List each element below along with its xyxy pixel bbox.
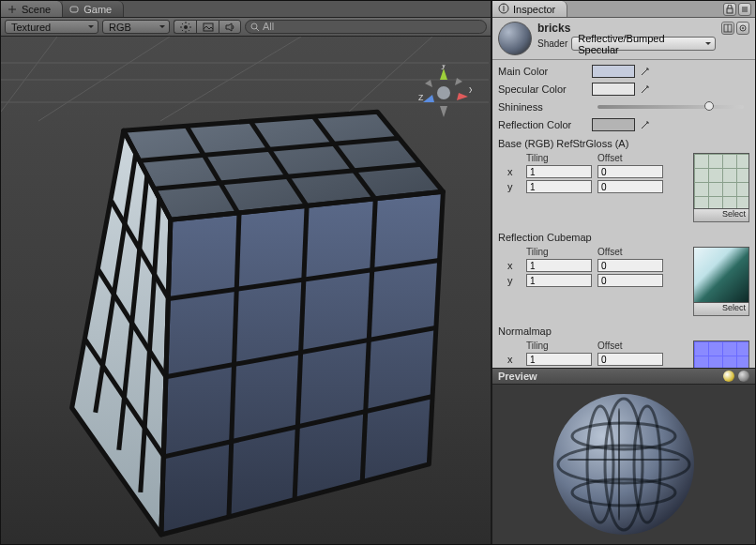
- normal-tiling-x[interactable]: [526, 353, 592, 366]
- cubemap-thumb[interactable]: [693, 247, 749, 303]
- svg-line-66: [642, 68, 648, 75]
- specular-color-label: Specular Color: [498, 83, 592, 95]
- preview-header[interactable]: Preview: [492, 368, 755, 385]
- shader-dropdown[interactable]: Reflective/Bumped Specular: [571, 37, 716, 51]
- help-button[interactable]: [721, 22, 734, 35]
- svg-point-46: [437, 86, 450, 99]
- shader-label: Shader: [537, 38, 567, 49]
- base-offset-label: Offset: [597, 153, 663, 163]
- base-x-label: x: [507, 166, 521, 177]
- audio-toggle[interactable]: [219, 20, 241, 34]
- cubemap-x-label: x: [507, 260, 521, 271]
- view-mode-value: Textured: [11, 22, 51, 33]
- shininess-slider[interactable]: [597, 105, 744, 109]
- svg-rect-58: [727, 8, 733, 13]
- cubemap-title: Reflection Cubemap: [498, 232, 749, 243]
- svg-marker-47: [440, 68, 447, 80]
- normalmap-title: Normalmap: [498, 325, 749, 337]
- svg-text:y: y: [441, 65, 446, 69]
- inspector-panel: i Inspector bricks Shader Reflective/Bum…: [492, 1, 755, 544]
- search-placeholder: All: [263, 21, 274, 32]
- scene-viewport[interactable]: y x z: [1, 37, 491, 544]
- orientation-gizmo[interactable]: y x z: [416, 65, 472, 121]
- base-texture-thumb[interactable]: [693, 153, 749, 209]
- svg-text:i: i: [503, 3, 505, 13]
- sun-icon: [180, 22, 191, 33]
- base-texture-select[interactable]: Select: [693, 209, 749, 222]
- svg-text:x: x: [469, 83, 472, 95]
- gear-icon: [738, 23, 748, 33]
- tab-scene[interactable]: Scene: [1, 1, 63, 17]
- settings-button[interactable]: [736, 22, 749, 35]
- light-toggle[interactable]: [174, 20, 196, 34]
- base-offset-y[interactable]: [597, 180, 663, 193]
- scene-toolbar: Textured RGB All: [1, 18, 491, 37]
- inspector-icon: i: [498, 3, 509, 16]
- tab-inspector[interactable]: i Inspector: [492, 1, 567, 17]
- normal-offset-x[interactable]: [597, 353, 663, 366]
- svg-point-3: [184, 25, 188, 29]
- cubemap-offset-y[interactable]: [597, 274, 663, 287]
- base-offset-x[interactable]: [597, 165, 663, 178]
- eyedropper-icon: [640, 66, 651, 77]
- skybox-toggle[interactable]: [196, 20, 219, 34]
- material-header: bricks Shader Reflective/Bumped Specular: [492, 18, 755, 60]
- normal-x-label: x: [507, 354, 521, 365]
- lock-button[interactable]: [723, 3, 736, 16]
- reflection-color-swatch[interactable]: [592, 118, 635, 131]
- base-texture-title: Base (RGB) RefStrGloss (A): [498, 138, 749, 149]
- scene-panel: Scene Game Textured RGB: [1, 1, 492, 544]
- shininess-label: Shininess: [498, 101, 592, 113]
- base-tiling-y[interactable]: [526, 180, 592, 193]
- svg-line-9: [189, 30, 189, 31]
- eyedropper-icon: [640, 83, 651, 95]
- preview-sphere: [553, 394, 694, 535]
- svg-marker-51: [455, 78, 462, 85]
- cubemap-select[interactable]: Select: [693, 303, 749, 316]
- scene-search[interactable]: All: [245, 20, 487, 34]
- svg-line-8: [182, 23, 183, 24]
- left-tab-bar: Scene Game: [1, 1, 491, 18]
- material-properties: Main Color Specular Color Shininess Refl…: [492, 60, 755, 368]
- preview-shape-icon[interactable]: [738, 371, 749, 382]
- normalmap-thumb[interactable]: [693, 341, 749, 368]
- base-y-label: y: [507, 181, 521, 192]
- eyedropper-icon: [640, 119, 651, 130]
- cubemap-tiling-y[interactable]: [526, 274, 592, 287]
- preview-label: Preview: [498, 371, 537, 382]
- base-tiling-x[interactable]: [526, 165, 592, 178]
- cubemap-section: Reflection Cubemap Tiling Offset x y: [498, 232, 749, 316]
- panel-menu-button[interactable]: [738, 3, 751, 16]
- preview-light-icon[interactable]: [723, 371, 734, 382]
- svg-point-75: [605, 399, 643, 530]
- reflection-color-picker[interactable]: [639, 118, 652, 131]
- cubemap-tiling-x[interactable]: [526, 259, 592, 272]
- lock-icon: [725, 5, 734, 14]
- normal-tiling-label: Tiling: [526, 341, 592, 351]
- normalmap-section: Normalmap Tiling Offset x y: [498, 325, 749, 368]
- svg-rect-2: [70, 7, 78, 12]
- material-preview-small: [498, 22, 532, 55]
- svg-line-70: [642, 122, 648, 129]
- main-color-swatch[interactable]: [592, 65, 635, 78]
- specular-color-swatch[interactable]: [592, 83, 635, 96]
- main-color-picker[interactable]: [639, 65, 652, 78]
- base-texture-section: Base (RGB) RefStrGloss (A) Tiling Offset…: [498, 138, 749, 222]
- view-mode-dropdown[interactable]: Textured: [5, 20, 98, 34]
- material-preview[interactable]: [492, 385, 755, 544]
- scene-icon: [7, 4, 18, 15]
- book-icon: [723, 23, 733, 33]
- menu-icon: [740, 5, 749, 14]
- tab-game[interactable]: Game: [63, 1, 124, 17]
- inspector-tab-bar: i Inspector: [492, 1, 755, 18]
- svg-line-68: [642, 86, 648, 93]
- svg-line-11: [189, 23, 189, 24]
- search-icon: [250, 23, 260, 34]
- cubemap-offset-x[interactable]: [597, 259, 663, 272]
- svg-marker-49: [423, 95, 434, 102]
- specular-color-picker[interactable]: [639, 83, 652, 96]
- svg-point-65: [742, 27, 744, 29]
- normal-offset-label: Offset: [597, 341, 663, 351]
- color-mode-dropdown[interactable]: RGB: [102, 20, 170, 34]
- audio-icon: [224, 22, 235, 33]
